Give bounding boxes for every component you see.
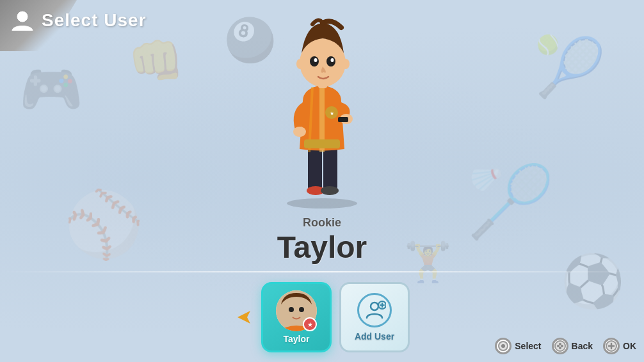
back-label: Back <box>572 341 593 351</box>
taylor-badge: ★ <box>303 317 317 331</box>
svg-point-23 <box>299 307 304 312</box>
svg-rect-17 <box>338 117 348 122</box>
select-control: Select <box>495 338 541 354</box>
svg-point-0 <box>17 12 28 22</box>
ok-label: OK <box>623 341 636 351</box>
select-button-icon <box>495 338 511 354</box>
header-title: Select User <box>42 10 147 31</box>
svg-point-33 <box>559 343 561 345</box>
svg-point-1 <box>287 198 357 209</box>
svg-point-34 <box>559 347 561 349</box>
add-user-card[interactable]: Add User <box>339 282 410 352</box>
user-card-taylor[interactable]: ★ Taylor <box>261 282 332 352</box>
selected-arrow-icon <box>234 308 254 327</box>
svg-point-32 <box>561 345 563 347</box>
svg-point-14 <box>331 58 334 62</box>
svg-point-13 <box>314 58 318 62</box>
add-user-label: Add User <box>355 331 394 342</box>
character-name: Taylor <box>277 230 367 265</box>
character-rank: Rookie <box>303 216 341 230</box>
svg-point-15 <box>296 59 304 69</box>
svg-point-7 <box>293 127 306 137</box>
svg-rect-6 <box>304 139 340 148</box>
user-icon <box>10 8 35 33</box>
add-user-icon <box>357 293 392 327</box>
svg-point-31 <box>557 345 559 347</box>
ok-control: OK <box>603 338 636 354</box>
header: Select User <box>10 8 147 33</box>
taylor-card-label: Taylor <box>284 334 310 344</box>
character-figure: ★ <box>252 5 392 210</box>
back-control: Back <box>552 338 593 354</box>
svg-marker-20 <box>237 311 250 324</box>
back-button-icon <box>552 338 568 354</box>
svg-rect-2 <box>308 146 322 191</box>
svg-point-29 <box>501 344 505 348</box>
character-area: ★ Rookie Taylor <box>0 13 644 272</box>
ok-button-icon <box>603 338 620 354</box>
svg-point-12 <box>326 56 335 67</box>
svg-point-11 <box>310 56 319 67</box>
svg-point-22 <box>289 307 294 312</box>
taylor-avatar-container: ★ <box>276 290 317 331</box>
svg-point-30 <box>555 341 565 351</box>
svg-point-24 <box>371 303 378 310</box>
svg-point-16 <box>342 59 350 69</box>
svg-point-5 <box>321 186 339 195</box>
select-label: Select <box>515 341 541 351</box>
svg-rect-3 <box>323 146 337 191</box>
svg-text:★: ★ <box>330 111 334 116</box>
bottom-controls: Select Back OK <box>495 338 636 354</box>
